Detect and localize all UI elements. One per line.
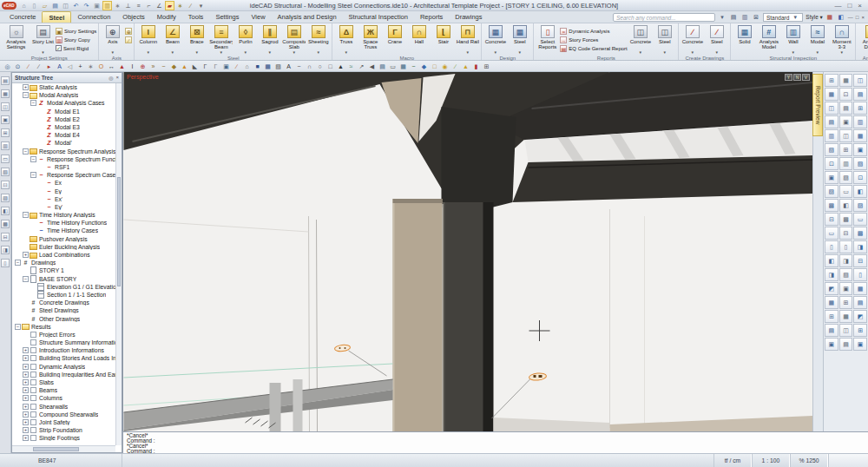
perspective-viewport[interactable]: Perspective YNV — [122, 72, 812, 431]
modal-button[interactable]: ≈ Modal ▾ — [806, 24, 829, 55]
toolbar-icon[interactable]: ▧ — [273, 62, 283, 71]
quick-access-icon[interactable]: ∗ — [175, 1, 185, 10]
search-input[interactable] — [613, 13, 715, 22]
right-toolbar-icon[interactable]: ◨ — [839, 254, 853, 267]
toolbar-icon[interactable]: ∕ — [232, 62, 241, 71]
ribbon-tab[interactable]: Modify — [151, 11, 182, 23]
right-toolbar-icon[interactable]: ▣ — [853, 143, 867, 156]
maximize-button[interactable]: □ — [847, 2, 852, 10]
left-strip-icon[interactable]: ▯ — [1, 259, 10, 267]
reports-steel-button[interactable]: ◫ Steel ▾ — [653, 24, 676, 55]
right-toolbar-icon[interactable]: ◫ — [825, 102, 838, 115]
ribbon-tab[interactable]: Concrete — [3, 11, 42, 23]
layout-icon[interactable]: ▥ — [740, 14, 749, 21]
tree-item[interactable]: Z Modal E1 — [12, 108, 115, 115]
minimize-button[interactable]: — — [834, 2, 841, 10]
toolbar-icon[interactable]: ∕ — [450, 62, 460, 71]
mdi-close-button[interactable]: × — [861, 15, 865, 20]
right-toolbar-icon[interactable]: ▦ — [853, 129, 867, 142]
toolbar-icon[interactable]: ◉ — [440, 62, 450, 71]
tree-item[interactable]: + Building Irregularities And Earthquake — [12, 371, 115, 378]
story-forces-button[interactable]: → Story Forces — [560, 36, 628, 43]
right-toolbar-icon[interactable]: ⊡ — [825, 157, 838, 170]
hall-button[interactable]: ∩ Hall — [407, 24, 431, 50]
column-button[interactable]: I Column ▾ — [136, 24, 160, 55]
story-list-button[interactable]: ▤ Story List ▾ — [31, 24, 55, 55]
right-toolbar-icon[interactable]: ▣ — [839, 282, 853, 295]
analysis-model-button[interactable]: # Analysis Model — [757, 24, 780, 50]
toolbar-icon[interactable]: O — [96, 62, 106, 71]
tree-item[interactable]: − Results — [12, 323, 115, 331]
ribbon-tab[interactable]: Settings — [209, 11, 245, 23]
tree-expander[interactable]: + — [23, 372, 29, 378]
reports-concrete-button[interactable]: ◫ Concrete ▾ — [628, 24, 652, 55]
right-toolbar-icon[interactable]: ▥ — [825, 129, 838, 142]
tree-expander[interactable]: + — [23, 252, 29, 258]
selection-filter-icon[interactable]: ⊠ — [752, 14, 760, 21]
toolbar-icon[interactable]: ~ — [294, 62, 304, 71]
left-strip-icon[interactable]: ⊞ — [1, 128, 10, 137]
right-toolbar-icon[interactable]: ▨ — [853, 199, 867, 212]
analysis-design-button[interactable]: ϟ Analysis Design ▾ — [858, 24, 868, 55]
tree-expander[interactable]: − — [15, 260, 21, 266]
right-toolbar-icon[interactable]: ⊟ — [839, 227, 853, 240]
ribbon-tab[interactable]: Objects — [116, 11, 150, 23]
right-toolbar-icon[interactable]: ▦ — [839, 310, 853, 323]
ribbon-tab[interactable]: Connection — [71, 11, 116, 23]
quick-access-icon[interactable]: ⌂ — [19, 1, 29, 10]
right-toolbar-icon[interactable]: ▥ — [839, 157, 853, 170]
close-icon[interactable]: × — [115, 75, 119, 81]
search-dropdown-caret[interactable]: ▾ — [718, 14, 727, 21]
tree-item[interactable]: Z Modal' — [12, 139, 115, 147]
right-toolbar-icon[interactable]: ▧ — [839, 268, 853, 281]
right-toolbar-icon[interactable]: ▩ — [853, 227, 867, 240]
right-toolbar-icon[interactable]: ⊞ — [839, 296, 853, 309]
report-preview-tab[interactable]: Report Preview — [812, 74, 823, 136]
toolbar-icon[interactable]: ⊕ — [138, 62, 148, 71]
toolbar-icon[interactable]: □ — [430, 62, 439, 71]
right-toolbar-icon[interactable]: ◫ — [839, 129, 853, 142]
quick-access-icon[interactable]: ◫ — [61, 1, 70, 10]
right-toolbar-icon[interactable]: ⊡ — [839, 88, 853, 101]
analysis-settings-button[interactable]: ☼ Analysis Settings — [2, 24, 30, 50]
tree-item[interactable]: Section 1 / 1-1 Section — [12, 291, 115, 299]
eq-code-general-report-button[interactable]: ▤ EQ Code General Report — [560, 44, 628, 52]
toolbar-icon[interactable]: ↔ — [107, 62, 116, 71]
semi-rigid-checkbox[interactable]: ✓ Semi Rigid — [56, 44, 96, 52]
ribbon-tab[interactable]: Structural Inspection — [343, 11, 414, 23]
toolbar-icon[interactable]: ⊞ — [482, 62, 491, 71]
tree-item[interactable]: # Other Drawings — [12, 314, 115, 322]
story-settings-button[interactable]: ▣ Story Settings — [56, 27, 96, 35]
tree-item[interactable]: STORY 1 — [12, 266, 115, 274]
tree-item[interactable]: ~ RSF1 — [12, 163, 115, 171]
design-concrete-button[interactable]: ▦ Concrete ▾ — [483, 24, 507, 55]
right-toolbar-icon[interactable]: ⊡ — [853, 171, 867, 184]
right-toolbar-icon[interactable]: ▣ — [825, 338, 838, 351]
solid-button[interactable]: ▦ Solid — [733, 24, 756, 50]
tree-expander[interactable]: + — [23, 347, 29, 353]
left-strip-icon[interactable]: ⊟ — [1, 233, 10, 241]
create-drawings-concrete-button[interactable]: ∕ Concrete ▾ — [681, 24, 704, 55]
hand-rail-button[interactable]: ⊓ Hand Rail ▾ — [456, 24, 479, 55]
right-toolbar-icon[interactable]: ▨ — [825, 185, 838, 198]
ribbon-tab[interactable]: View — [245, 11, 271, 23]
right-toolbar-icon[interactable]: ▯ — [839, 240, 853, 253]
tree-expander[interactable]: − — [30, 172, 36, 178]
toolbar-icon[interactable]: ∕ — [23, 62, 33, 71]
right-toolbar-icon[interactable]: ▨ — [839, 171, 853, 184]
quick-access-icon[interactable]: ▱ — [40, 1, 49, 10]
right-toolbar-icon[interactable]: ▤ — [839, 102, 853, 115]
left-strip-icon[interactable]: ▦ — [1, 89, 10, 98]
tree-item[interactable]: − ~ Response Spectrum Functions — [12, 155, 115, 163]
quick-access-icon[interactable]: ∕ — [186, 1, 195, 10]
right-toolbar-icon[interactable]: ◨ — [825, 268, 838, 281]
right-toolbar-icon[interactable]: ▤ — [825, 324, 838, 337]
tree-item[interactable]: + Single Footings — [12, 434, 115, 442]
tree-item[interactable]: Project Errors — [12, 331, 115, 339]
right-toolbar-icon[interactable]: ▩ — [839, 213, 853, 226]
standard-combo[interactable]: Standard ▾ — [763, 13, 803, 22]
tree-vertical-scrollbar[interactable] — [115, 83, 122, 445]
right-toolbar-icon[interactable]: ⊞ — [853, 324, 867, 337]
toolbar-icon[interactable]: ▦ — [263, 62, 273, 71]
toolbar-icon[interactable]: ∗ — [86, 62, 95, 71]
